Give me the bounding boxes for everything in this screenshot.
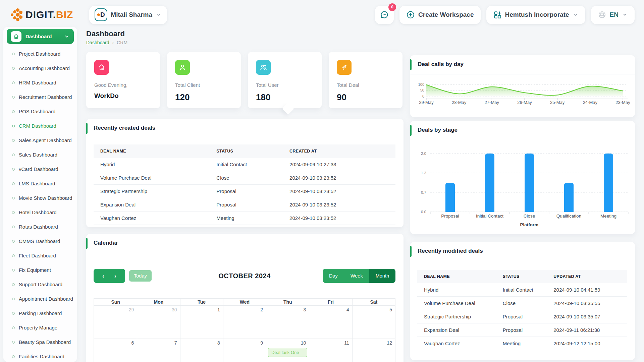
breadcrumb-separator: › <box>112 40 114 45</box>
svg-text:26-May: 26-May <box>517 100 532 105</box>
table-row[interactable]: Hybrid Initial Contact 2024-09-10 04:41:… <box>417 283 627 297</box>
svg-text:0: 0 <box>422 94 424 98</box>
svg-text:0.7: 0.7 <box>421 190 426 194</box>
calendar-view-week[interactable]: Week <box>344 269 369 283</box>
breadcrumb-dashboard-link[interactable]: Dashboard <box>86 40 109 45</box>
calendar-day-cell[interactable]: 1 <box>180 306 223 339</box>
calendar-day-cell[interactable]: 29 <box>94 306 137 339</box>
sidebar-item[interactable]: Support Dashboard <box>3 277 77 292</box>
svg-text:100: 100 <box>418 82 424 86</box>
calendar-view-day[interactable]: Day <box>323 269 344 283</box>
bullet-icon <box>12 96 15 99</box>
avatar: D <box>95 8 107 21</box>
create-workspace-button[interactable]: Create Workspace <box>399 6 480 24</box>
bullet-icon <box>12 312 15 315</box>
app-logo[interactable]: DIGIT.BIZ <box>9 8 73 22</box>
bullet-icon <box>12 182 15 185</box>
calendar-day-cell[interactable]: 4 <box>309 306 352 339</box>
sidebar-item[interactable]: Fix Equipment <box>3 263 77 277</box>
logo-text: DIGIT.BIZ <box>25 9 73 20</box>
sidebar-item[interactable]: HRM Dashboard <box>3 75 77 90</box>
language-selector[interactable]: EN <box>591 6 635 24</box>
calendar-prev-button[interactable]: ‹ <box>102 273 104 279</box>
sidebar-item[interactable]: Hotel Dashboard <box>3 205 77 220</box>
calendar-weekday: Thu <box>266 299 309 305</box>
bullet-icon <box>12 240 15 243</box>
calendar-day-cell[interactable]: 5 <box>352 306 395 339</box>
sidebar-item[interactable]: Property Manage <box>3 320 77 335</box>
sidebar-item[interactable]: Project Dashboard <box>3 47 77 61</box>
svg-text:Close: Close <box>524 214 535 219</box>
logo-hexagons-icon <box>9 8 23 22</box>
sidebar-item[interactable]: CMMS Dashboard <box>3 234 77 248</box>
table-row[interactable]: Vaughan Cortez Meeting 2024-09-12 12:15:… <box>417 337 627 350</box>
sidebar-item[interactable]: Recruitment Dashboard <box>3 90 77 104</box>
bullet-icon <box>12 168 15 171</box>
sidebar-item[interactable]: Rotas Dashboard <box>3 220 77 234</box>
table-row[interactable]: Hybrid Initial Contact 2024-09-09 10:27:… <box>94 158 395 171</box>
company-selector[interactable]: Hemtush Incorporate <box>486 6 585 24</box>
sidebar-item[interactable]: LMS Dashboard <box>3 176 77 191</box>
logo-hex-icon <box>97 13 100 16</box>
table-row[interactable]: Volume Purchase Deal Close 2024-09-10 03… <box>417 297 627 310</box>
calendar-weekday: Tue <box>180 299 223 305</box>
card-accent-bar <box>410 59 412 70</box>
table-row[interactable]: Strategic Partnership Proposal 2024-09-1… <box>417 310 627 323</box>
table-row[interactable]: Vaughan Cortez Meeting 2024-09-10 03:23:… <box>94 212 395 225</box>
svg-text:Platform: Platform <box>520 222 539 227</box>
sidebar-dashboard-toggle[interactable]: Dashboard <box>7 29 74 44</box>
sidebar-item[interactable]: Movie Show Dashboard <box>3 191 77 205</box>
plus-circle-icon <box>406 10 415 19</box>
card-accent-bar <box>86 123 88 134</box>
sidebar-item[interactable]: Facilities Dashboard <box>3 349 77 362</box>
calendar-day-cell[interactable]: 30 <box>137 306 180 339</box>
svg-text:50: 50 <box>420 88 424 92</box>
sidebar-item[interactable]: vCard Dashboard <box>3 162 77 176</box>
breadcrumb-current: CRM <box>117 40 127 45</box>
sidebar-item[interactable]: Fleet Dashboard <box>3 248 77 263</box>
bullet-icon <box>12 254 15 257</box>
sidebar-item[interactable]: Accounting Dashboard <box>3 61 77 75</box>
breadcrumb: Dashboard › CRM <box>86 40 127 45</box>
calendar-day-cell[interactable]: 3 <box>266 306 309 339</box>
calendar-day-cell[interactable]: 7 <box>137 339 180 362</box>
page-title: Dashboard <box>86 29 125 38</box>
bullet-icon <box>12 283 15 286</box>
sidebar-item[interactable]: Sales Dashboard <box>3 147 77 162</box>
calendar-weekday: Wed <box>223 299 266 305</box>
svg-text:29-May: 29-May <box>419 100 434 105</box>
table-row[interactable]: Volume Purchase Deal Close 2024-09-10 03… <box>94 171 395 185</box>
calendar-day-cell[interactable]: 6 <box>94 339 137 362</box>
table-row[interactable]: Strategic Partnership Proposal 2024-09-1… <box>94 185 395 198</box>
svg-text:27-May: 27-May <box>485 100 499 105</box>
calendar-today-button[interactable]: Today <box>129 270 152 282</box>
sidebar-item[interactable]: Appointment Dashboard <box>3 292 77 306</box>
bullet-icon <box>12 269 15 272</box>
calendar-day-cell[interactable]: 11 <box>309 339 352 362</box>
table-row[interactable]: Expansion Deal Proposal 2024-09-11 06:21… <box>417 323 627 337</box>
calendar-event[interactable]: Deal task One <box>268 348 307 357</box>
sidebar-item[interactable]: Beauty Spa Dashboard <box>3 335 77 349</box>
calendar-day-cell[interactable]: 9 <box>223 339 266 362</box>
calendar-view-month[interactable]: Month <box>369 269 395 283</box>
workspace-grid-icon <box>493 10 502 19</box>
svg-text:23-May: 23-May <box>615 100 630 105</box>
sidebar-item[interactable]: Parking Dashboard <box>3 306 77 320</box>
sidebar-item[interactable]: POS Dashboard <box>3 104 77 119</box>
calendar-day-cell[interactable]: 2 <box>223 306 266 339</box>
user-name: Mitali Sharma <box>111 11 152 18</box>
table-row[interactable]: Expansion Deal Proposal 2024-09-10 03:23… <box>94 198 395 212</box>
sidebar-item[interactable]: CRM Dashboard <box>3 119 77 133</box>
calendar-day-cell[interactable]: 12 <box>352 339 395 362</box>
calendar-day-cell[interactable]: 8 <box>180 339 223 362</box>
workspace-user-selector[interactable]: D Mitali Sharma <box>89 6 167 24</box>
calendar-next-button[interactable]: › <box>114 273 116 279</box>
calendar-day-cell[interactable]: 10 Deal task One <box>266 339 309 362</box>
messages-button[interactable]: 0 <box>375 6 394 24</box>
home-icon <box>94 60 109 75</box>
top-header: DIGIT.BIZ D Mitali Sharma 0 <box>0 0 644 29</box>
recently-modified-deals-table: Deal Name Status Updated At Hybrid Initi… <box>417 270 627 350</box>
svg-text:0.0: 0.0 <box>421 210 426 214</box>
calendar-toolbar: ‹ › Today OCTOBER 2024 Day Week Month <box>94 269 395 283</box>
sidebar-item[interactable]: Sales Agent Dashboard <box>3 133 77 147</box>
